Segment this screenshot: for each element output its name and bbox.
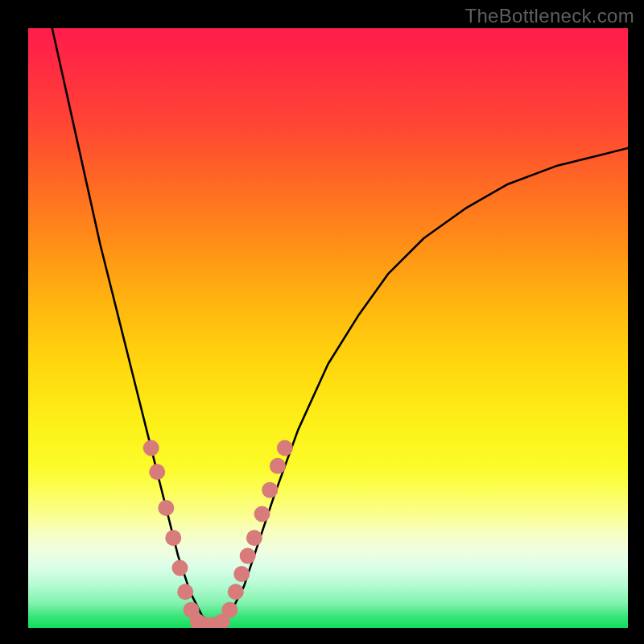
chart-svg [28,28,628,628]
curve-dot [221,602,237,618]
curve-dot [246,530,262,546]
curve-dot [233,566,250,582]
curve-layer [52,28,628,622]
curve-dot [228,584,244,600]
curve-dot [158,500,174,516]
curve-dot [165,530,181,546]
curve-dot [149,464,165,480]
curve-dot [254,506,270,522]
markers-layer [143,440,293,629]
curve-dot [143,440,159,456]
curve-dot [240,548,256,564]
watermark-text: TheBottleneck.com [464,5,634,27]
curve-dot [270,458,286,474]
curve-dot [277,440,293,456]
curve-dot [177,584,193,600]
bottleneck-curve-path [52,28,628,622]
plot-area [28,28,628,628]
curve-dot [262,482,278,498]
curve-dot [171,560,188,576]
chart-frame: TheBottleneck.com [0,0,644,644]
